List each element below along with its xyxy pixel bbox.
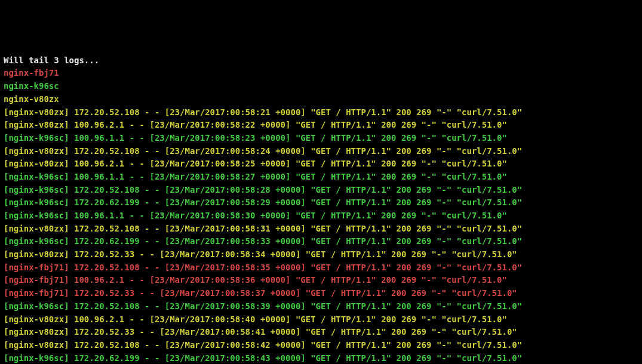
- log-line: [nginx-k96sc] 172.20.52.108 - - [23/Mar/…: [4, 300, 638, 313]
- pod-label: nginx-k96sc: [4, 80, 638, 93]
- log-message: 172.20.52.33 - - [23/Mar/2017:00:58:37 +…: [74, 288, 517, 298]
- log-line: [nginx-v80zx] 172.20.52.33 - - [23/Mar/2…: [4, 248, 638, 261]
- log-prefix: [nginx-k96sc]: [4, 172, 74, 181]
- pod-label: nginx-fbj71: [4, 67, 638, 80]
- log-message: 172.20.52.108 - - [23/Mar/2017:00:58:28 …: [74, 185, 522, 195]
- log-prefix: [nginx-k96sc]: [4, 133, 74, 143]
- log-prefix: [nginx-v80zx]: [4, 224, 74, 233]
- log-prefix: [nginx-v80zx]: [4, 146, 74, 156]
- log-message: 172.20.52.108 - - [23/Mar/2017:00:58:24 …: [74, 146, 522, 156]
- log-line: [nginx-v80zx] 172.20.52.108 - - [23/Mar/…: [4, 223, 638, 236]
- log-prefix: [nginx-v80zx]: [4, 107, 74, 117]
- log-prefix: [nginx-k96sc]: [4, 353, 74, 363]
- intro-line: Will tail 3 logs...: [4, 54, 638, 67]
- log-message: 172.20.62.199 - - [23/Mar/2017:00:58:33 …: [74, 236, 522, 246]
- log-line: [nginx-k96sc] 172.20.52.108 - - [23/Mar/…: [4, 184, 638, 197]
- log-message: 100.96.1.1 - - [23/Mar/2017:00:58:27 +00…: [74, 172, 507, 181]
- log-prefix: [nginx-fbj71]: [4, 275, 74, 285]
- log-line: [nginx-k96sc] 172.20.62.199 - - [23/Mar/…: [4, 196, 638, 209]
- log-prefix: [nginx-v80zx]: [4, 327, 74, 337]
- log-line: [nginx-k96sc] 172.20.62.199 - - [23/Mar/…: [4, 235, 638, 248]
- log-message: 172.20.52.108 - - [23/Mar/2017:00:58:35 …: [74, 263, 522, 272]
- log-line: [nginx-v80zx] 172.20.52.33 - - [23/Mar/2…: [4, 326, 638, 339]
- terminal-output[interactable]: Will tail 3 logs...nginx-fbj71nginx-k96s…: [4, 54, 638, 364]
- log-line: [nginx-v80zx] 100.96.2.1 - - [23/Mar/201…: [4, 158, 638, 171]
- log-message: 100.96.2.1 - - [23/Mar/2017:00:58:22 +00…: [74, 120, 507, 129]
- log-message: 172.20.52.108 - - [23/Mar/2017:00:58:31 …: [74, 224, 522, 233]
- log-line: [nginx-v80zx] 100.96.2.1 - - [23/Mar/201…: [4, 119, 638, 132]
- log-line: [nginx-fbj71] 172.20.52.108 - - [23/Mar/…: [4, 261, 638, 274]
- pod-label: nginx-v80zx: [4, 93, 638, 106]
- log-message: 172.20.52.108 - - [23/Mar/2017:00:58:21 …: [74, 107, 522, 117]
- log-line: [nginx-k96sc] 100.96.1.1 - - [23/Mar/201…: [4, 209, 638, 223]
- log-prefix: [nginx-v80zx]: [4, 249, 74, 259]
- log-line: [nginx-k96sc] 100.96.1.1 - - [23/Mar/201…: [4, 171, 638, 184]
- log-prefix: [nginx-k96sc]: [4, 236, 74, 246]
- log-line: [nginx-fbj71] 100.96.2.1 - - [23/Mar/201…: [4, 274, 638, 287]
- log-prefix: [nginx-fbj71]: [4, 263, 74, 272]
- log-message: 172.20.52.108 - - [23/Mar/2017:00:58:39 …: [74, 301, 522, 311]
- log-message: 172.20.52.108 - - [23/Mar/2017:00:58:42 …: [74, 340, 522, 350]
- log-message: 172.20.62.199 - - [23/Mar/2017:00:58:43 …: [74, 353, 522, 363]
- log-prefix: [nginx-k96sc]: [4, 198, 74, 207]
- log-message: 100.96.2.1 - - [23/Mar/2017:00:58:25 +00…: [74, 159, 507, 168]
- log-line: [nginx-fbj71] 172.20.52.33 - - [23/Mar/2…: [4, 287, 638, 300]
- log-message: 100.96.1.1 - - [23/Mar/2017:00:58:30 +00…: [74, 211, 507, 220]
- log-line: [nginx-v80zx] 172.20.52.108 - - [23/Mar/…: [4, 106, 638, 119]
- log-line: [nginx-k96sc] 172.20.62.199 - - [23/Mar/…: [4, 352, 638, 364]
- log-line: [nginx-v80zx] 172.20.52.108 - - [23/Mar/…: [4, 339, 638, 352]
- log-prefix: [nginx-v80zx]: [4, 340, 74, 350]
- log-prefix: [nginx-k96sc]: [4, 301, 74, 311]
- log-message: 100.96.1.1 - - [23/Mar/2017:00:58:23 +00…: [74, 133, 507, 143]
- log-prefix: [nginx-v80zx]: [4, 314, 74, 324]
- log-prefix: [nginx-fbj71]: [4, 288, 74, 298]
- log-line: [nginx-v80zx] 100.96.2.1 - - [23/Mar/201…: [4, 313, 638, 326]
- log-line: [nginx-k96sc] 100.96.1.1 - - [23/Mar/201…: [4, 132, 638, 145]
- log-prefix: [nginx-k96sc]: [4, 185, 74, 195]
- log-message: 100.96.2.1 - - [23/Mar/2017:00:58:36 +00…: [74, 275, 507, 285]
- log-prefix: [nginx-k96sc]: [4, 211, 74, 220]
- log-line: [nginx-v80zx] 172.20.52.108 - - [23/Mar/…: [4, 145, 638, 158]
- log-prefix: [nginx-v80zx]: [4, 120, 74, 129]
- log-message: 172.20.52.33 - - [23/Mar/2017:00:58:41 +…: [74, 327, 517, 337]
- log-message: 172.20.52.33 - - [23/Mar/2017:00:58:34 +…: [74, 249, 517, 259]
- log-message: 100.96.2.1 - - [23/Mar/2017:00:58:40 +00…: [74, 314, 507, 324]
- log-prefix: [nginx-v80zx]: [4, 159, 74, 168]
- log-message: 172.20.62.199 - - [23/Mar/2017:00:58:29 …: [74, 198, 522, 207]
